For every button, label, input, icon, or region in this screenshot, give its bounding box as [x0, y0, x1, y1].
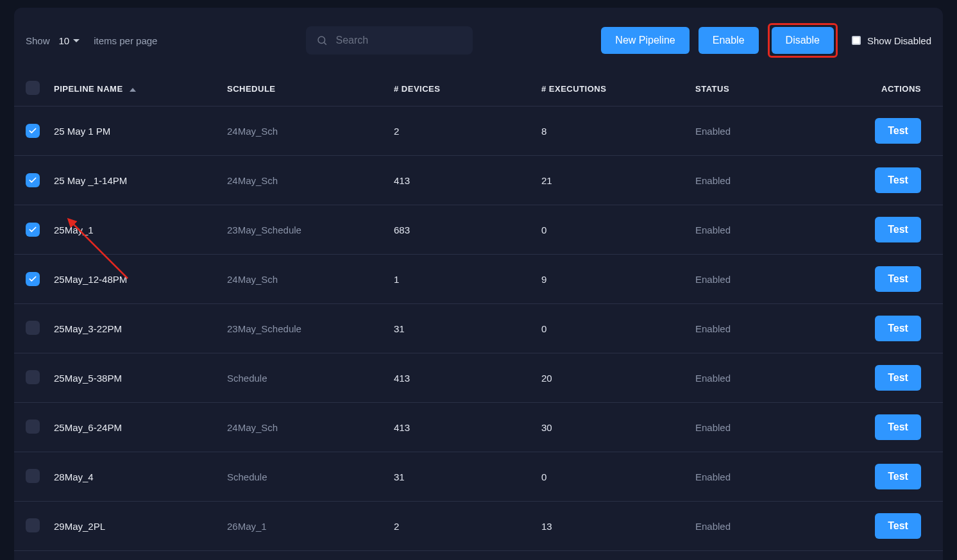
toolbar: Show 10 items per page New Pipeline Enab… — [14, 17, 943, 74]
search-wrap[interactable] — [306, 26, 473, 55]
show-disabled-label: Show Disabled — [867, 35, 931, 46]
pipeline-name[interactable]: 25May_12-48PM — [51, 255, 224, 304]
row-checkbox[interactable] — [26, 321, 40, 335]
row-checkbox[interactable] — [26, 124, 40, 138]
status-cell: Enabled — [693, 304, 847, 353]
executions-cell: 0 — [539, 205, 693, 255]
enable-button[interactable]: Enable — [699, 27, 759, 54]
table-row[interactable]: 29May_PL26May_3-30PM16EnabledTest — [14, 551, 943, 561]
search-icon — [316, 35, 328, 46]
table-row[interactable]: 25May_123May_Schedule6830EnabledTest — [14, 205, 943, 255]
disable-button[interactable]: Disable — [772, 27, 834, 54]
row-checkbox[interactable] — [26, 518, 40, 532]
new-pipeline-button[interactable]: New Pipeline — [601, 27, 689, 54]
table-row[interactable]: 28May_4Schedule310EnabledTest — [14, 452, 943, 502]
test-button[interactable]: Test — [875, 217, 921, 242]
test-button[interactable]: Test — [875, 316, 921, 341]
table-row[interactable]: 25May_12-48PM24May_Sch19EnabledTest — [14, 255, 943, 304]
status-cell: Enabled — [693, 353, 847, 403]
pipelines-panel: Show 10 items per page New Pipeline Enab… — [14, 8, 943, 560]
svg-point-0 — [318, 37, 325, 44]
status-cell: Enabled — [693, 403, 847, 452]
pipeline-name[interactable]: 25May_3-22PM — [51, 304, 224, 353]
status-cell: Enabled — [693, 156, 847, 205]
pipeline-name[interactable]: 25May_6-24PM — [51, 403, 224, 452]
page-size-select[interactable]: 10 — [59, 35, 80, 46]
pipeline-name[interactable]: 25 May _1-14PM — [51, 156, 224, 205]
col-header-devices[interactable]: # DEVICES — [391, 74, 539, 106]
executions-cell: 13 — [539, 502, 693, 551]
caret-down-icon — [73, 39, 80, 42]
test-button[interactable]: Test — [875, 365, 921, 391]
schedule-cell: 23May_Schedule — [224, 304, 391, 353]
devices-cell: 1 — [391, 551, 539, 561]
test-button[interactable]: Test — [875, 513, 921, 539]
test-button[interactable]: Test — [875, 167, 921, 193]
devices-cell: 31 — [391, 304, 539, 353]
svg-line-1 — [325, 42, 326, 44]
pipeline-name[interactable]: 29May_PL — [51, 551, 224, 561]
table-row[interactable]: 25May_5-38PMSchedule41320EnabledTest — [14, 353, 943, 403]
row-checkbox[interactable] — [26, 370, 40, 384]
test-button[interactable]: Test — [875, 118, 921, 144]
devices-cell: 413 — [391, 403, 539, 452]
table-row[interactable]: 25May_6-24PM24May_Sch41330EnabledTest — [14, 403, 943, 452]
schedule-cell: Schedule — [224, 452, 391, 502]
row-checkbox[interactable] — [26, 469, 40, 483]
schedule-cell: Schedule — [224, 353, 391, 403]
schedule-cell: 23May_Schedule — [224, 205, 391, 255]
status-cell: Enabled — [693, 255, 847, 304]
executions-cell: 20 — [539, 353, 693, 403]
row-checkbox[interactable] — [26, 173, 40, 187]
executions-cell: 21 — [539, 156, 693, 205]
pipelines-table: PIPELINE NAME SCHEDULE # DEVICES # EXECU… — [14, 74, 943, 560]
table-row[interactable]: 25 May _1-14PM24May_Sch41321EnabledTest — [14, 156, 943, 205]
pipeline-name[interactable]: 25 May 1 PM — [51, 106, 224, 156]
executions-cell: 0 — [539, 304, 693, 353]
row-checkbox[interactable] — [26, 272, 40, 286]
col-header-status[interactable]: STATUS — [693, 74, 847, 106]
devices-cell: 2 — [391, 502, 539, 551]
col-header-name[interactable]: PIPELINE NAME — [51, 74, 224, 106]
search-input[interactable] — [335, 35, 462, 46]
row-checkbox[interactable] — [26, 420, 40, 434]
test-button[interactable]: Test — [875, 464, 921, 489]
pipeline-name[interactable]: 29May_2PL — [51, 502, 224, 551]
schedule-cell: 24May_Sch — [224, 106, 391, 156]
disable-highlight: Disable — [768, 23, 838, 58]
status-cell: Enabled — [693, 106, 847, 156]
sort-asc-icon — [130, 88, 136, 92]
show-label: Show — [26, 35, 50, 46]
executions-cell: 6 — [539, 551, 693, 561]
executions-cell: 30 — [539, 403, 693, 452]
col-header-executions[interactable]: # EXECUTIONS — [539, 74, 693, 106]
test-button[interactable]: Test — [875, 414, 921, 440]
schedule-cell: 24May_Sch — [224, 255, 391, 304]
page-size-value: 10 — [59, 35, 70, 46]
col-header-schedule[interactable]: SCHEDULE — [224, 74, 391, 106]
executions-cell: 9 — [539, 255, 693, 304]
schedule-cell: 26May_3-30PM — [224, 551, 391, 561]
status-cell: Enabled — [693, 551, 847, 561]
executions-cell: 0 — [539, 452, 693, 502]
test-button[interactable]: Test — [875, 266, 921, 292]
items-per-page-label: items per page — [94, 35, 157, 46]
devices-cell: 31 — [391, 452, 539, 502]
row-checkbox[interactable] — [26, 223, 40, 237]
devices-cell: 1 — [391, 255, 539, 304]
show-disabled-toggle[interactable]: Show Disabled — [852, 35, 931, 46]
table-row[interactable]: 25 May 1 PM24May_Sch28EnabledTest — [14, 106, 943, 156]
select-all-checkbox[interactable] — [26, 81, 40, 95]
col-header-actions: ACTIONS — [847, 74, 943, 106]
table-row[interactable]: 29May_2PL26May_1213EnabledTest — [14, 502, 943, 551]
schedule-cell: 26May_1 — [224, 502, 391, 551]
pipeline-name[interactable]: 25May_5-38PM — [51, 353, 224, 403]
table-row[interactable]: 25May_3-22PM23May_Schedule310EnabledTest — [14, 304, 943, 353]
devices-cell: 683 — [391, 205, 539, 255]
devices-cell: 413 — [391, 353, 539, 403]
checkbox-icon — [852, 36, 861, 45]
pipeline-name[interactable]: 28May_4 — [51, 452, 224, 502]
devices-cell: 413 — [391, 156, 539, 205]
schedule-cell: 24May_Sch — [224, 403, 391, 452]
pipeline-name[interactable]: 25May_1 — [51, 205, 224, 255]
